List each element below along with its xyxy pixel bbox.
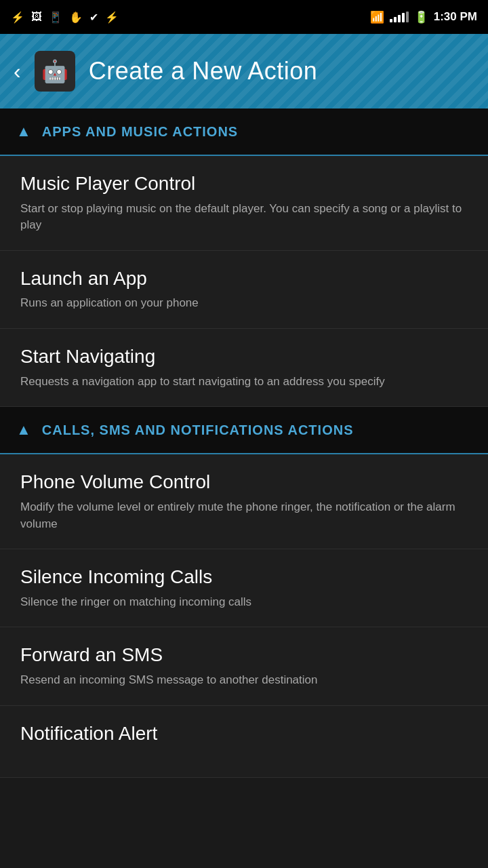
app-icon-emoji: 🤖: [41, 58, 68, 84]
back-button[interactable]: ‹: [14, 59, 21, 84]
clipboard-icon: ✔: [89, 11, 98, 24]
list-item-title: Forward an SMS: [20, 644, 468, 667]
section-header-apps-music[interactable]: ▲ APPS AND MUSIC ACTIONS: [0, 108, 488, 156]
battery-icon: 🔋: [414, 10, 428, 24]
list-item-title: Launch an App: [20, 267, 468, 290]
list-item-notification-alert[interactable]: Notification Alert: [0, 706, 488, 778]
lightning-icon: ⚡: [105, 11, 119, 24]
list-item-title: Notification Alert: [20, 722, 468, 745]
list-item-silence-calls[interactable]: Silence Incoming Calls Silence the ringe…: [0, 549, 488, 627]
list-item-launch-app[interactable]: Launch an App Runs an application on you…: [0, 251, 488, 329]
list-item-music-player[interactable]: Music Player Control Start or stop playi…: [0, 156, 488, 251]
chevron-up-icon-2: ▲: [16, 421, 31, 439]
list-item-desc: Modify the volume level or entirely mute…: [20, 499, 468, 532]
app-bar: ‹ 🤖 Create a New Action: [0, 34, 488, 108]
list-item-forward-sms[interactable]: Forward an SMS Resend an incoming SMS me…: [0, 627, 488, 705]
app-icon: 🤖: [35, 51, 75, 92]
signal-bars: [390, 12, 409, 22]
wifi-icon: 📶: [370, 10, 384, 24]
list-item-desc: Resend an incoming SMS message to anothe…: [20, 672, 468, 689]
list-item-title: Silence Incoming Calls: [20, 566, 468, 589]
status-icons-right: 📶 🔋 1:30 PM: [370, 10, 477, 24]
status-icons-left: ⚡ 🖼 📱 ✋ ✔ ⚡: [11, 11, 119, 24]
list-item-title: Music Player Control: [20, 172, 468, 195]
list-item-desc: Start or stop playing music on the defau…: [20, 201, 468, 234]
section-title-apps-music: APPS AND MUSIC ACTIONS: [42, 124, 238, 140]
list-item-desc: Runs an application on your phone: [20, 295, 468, 312]
status-time: 1:30 PM: [434, 10, 477, 24]
hand-icon: ✋: [69, 11, 83, 24]
list-item-title: Start Navigating: [20, 345, 468, 368]
image-icon: 🖼: [31, 11, 42, 23]
chevron-up-icon: ▲: [16, 123, 31, 140]
section-header-calls-sms[interactable]: ▲ CALLS, SMS AND NOTIFICATIONS ACTIONS: [0, 407, 488, 454]
list-item-desc: Requests a navigation app to start navig…: [20, 374, 468, 391]
usb-icon: ⚡: [11, 11, 24, 24]
list-item-start-navigating[interactable]: Start Navigating Requests a navigation a…: [0, 329, 488, 407]
page-title: Create a New Action: [89, 57, 318, 85]
status-bar: ⚡ 🖼 📱 ✋ ✔ ⚡ 📶 🔋 1:30 PM: [0, 0, 488, 34]
list-item-title: Phone Volume Control: [20, 471, 468, 494]
list-item-phone-volume[interactable]: Phone Volume Control Modify the volume l…: [0, 454, 488, 549]
tablet-icon: 📱: [49, 11, 62, 24]
list-item-desc: Silence the ringer on matching incoming …: [20, 594, 468, 611]
section-title-calls-sms: CALLS, SMS AND NOTIFICATIONS ACTIONS: [42, 422, 354, 438]
